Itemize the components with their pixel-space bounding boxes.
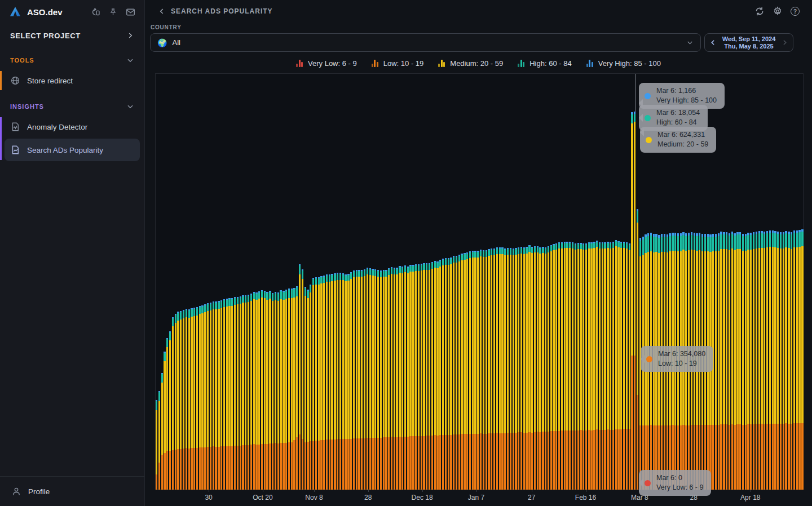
bar-segment[interactable] [180, 312, 182, 319]
bar-segment[interactable] [166, 347, 168, 451]
bar-segment[interactable] [769, 233, 771, 247]
bar-segment[interactable] [585, 430, 587, 490]
bar-segment[interactable] [599, 248, 601, 430]
bar-segment[interactable] [156, 410, 157, 474]
bar-segment[interactable] [372, 438, 373, 490]
bar-segment[interactable] [320, 277, 322, 283]
bar-segment[interactable] [504, 250, 506, 255]
bar-segment[interactable] [369, 275, 371, 438]
bar-segment[interactable] [464, 254, 465, 260]
bar-segment[interactable] [620, 243, 622, 248]
bar-segment[interactable] [458, 261, 460, 434]
bar-segment[interactable] [307, 291, 308, 298]
bar-segment[interactable] [466, 434, 468, 490]
bar-segment[interactable] [342, 274, 344, 280]
bar-segment[interactable] [696, 251, 698, 425]
bar-segment[interactable] [434, 435, 436, 490]
bar-segment[interactable] [264, 292, 266, 298]
bar-segment[interactable] [207, 311, 209, 447]
bar-segment[interactable] [528, 432, 530, 490]
bar-segment[interactable] [228, 446, 230, 490]
bar-segment[interactable] [377, 277, 379, 438]
bar-segment[interactable] [426, 270, 427, 436]
bar-segment[interactable] [731, 424, 733, 490]
bar-segment[interactable] [612, 248, 614, 430]
bar-segment[interactable] [472, 258, 474, 434]
bar-segment[interactable] [623, 243, 625, 248]
bar-segment[interactable] [158, 463, 160, 490]
bar-segment[interactable] [607, 243, 608, 248]
bar-segment[interactable] [645, 237, 646, 253]
bar-segment[interactable] [523, 248, 525, 254]
bar-segment[interactable] [720, 249, 722, 424]
bar-segment[interactable] [383, 437, 385, 490]
bar-segment[interactable] [588, 430, 590, 490]
bar-segment[interactable] [166, 451, 168, 490]
bar-segment[interactable] [496, 433, 498, 490]
bar-segment[interactable] [367, 274, 368, 438]
section-header-insights[interactable]: INSIGHTS [0, 91, 144, 116]
bar-segment[interactable] [188, 318, 190, 449]
bar-segment[interactable] [742, 251, 744, 425]
bar-segment[interactable] [729, 425, 730, 490]
bar-segment[interactable] [699, 250, 700, 425]
bar-segment[interactable] [339, 274, 341, 280]
bar-segment[interactable] [250, 295, 252, 301]
bar-segment[interactable] [172, 318, 174, 326]
bar-segment[interactable] [431, 269, 433, 436]
bar-segment[interactable] [288, 298, 290, 442]
bar-segment[interactable] [220, 446, 222, 490]
bar-segment[interactable] [367, 438, 368, 490]
bar-segment[interactable] [501, 254, 503, 433]
bar-segment[interactable] [623, 429, 625, 490]
bar-segment[interactable] [750, 424, 752, 490]
bar-segment[interactable] [464, 260, 465, 434]
bar-segment[interactable] [761, 424, 762, 490]
bar-segment[interactable] [550, 251, 552, 431]
bar-segment[interactable] [572, 430, 573, 490]
bar-segment[interactable] [231, 299, 233, 306]
bar-segment[interactable] [548, 247, 549, 252]
bar-segment[interactable] [180, 449, 182, 490]
bar-segment[interactable] [718, 251, 720, 425]
bar-segment[interactable] [364, 270, 365, 276]
bar-segment[interactable] [409, 266, 411, 272]
bar-segment[interactable] [564, 248, 566, 430]
bar-segment[interactable] [188, 449, 190, 490]
bar-segment[interactable] [715, 237, 717, 251]
bar-segment[interactable] [350, 279, 352, 439]
bar-segment[interactable] [801, 246, 803, 423]
bar-segment[interactable] [588, 248, 590, 430]
bar-segment[interactable] [166, 339, 168, 347]
bar-segment[interactable] [388, 437, 390, 490]
bar-segment[interactable] [701, 251, 703, 425]
bar-segment[interactable] [456, 263, 457, 434]
bar-segment[interactable] [350, 273, 352, 279]
bar-segment[interactable] [361, 271, 363, 277]
bar-segment[interactable] [310, 286, 311, 292]
bar-segment[interactable] [388, 269, 390, 275]
bar-segment[interactable] [785, 423, 787, 490]
bar-segment[interactable] [199, 447, 201, 490]
bar-segment[interactable] [631, 114, 633, 123]
bar-segment[interactable] [293, 289, 295, 298]
bar-segment[interactable] [507, 249, 509, 255]
bar-segment[interactable] [739, 249, 741, 424]
bar-segment[interactable] [399, 267, 400, 273]
bar-segment[interactable] [250, 445, 252, 490]
bar-segment[interactable] [253, 293, 255, 299]
bar-segment[interactable] [418, 265, 420, 271]
bar-segment[interactable] [261, 298, 263, 444]
bar-segment[interactable] [204, 305, 206, 312]
bar-segment[interactable] [791, 249, 792, 424]
bar-segment[interactable] [709, 237, 711, 252]
bar-segment[interactable] [674, 251, 676, 425]
bar-segment[interactable] [228, 299, 230, 306]
pin-icon[interactable] [109, 7, 117, 17]
bar-segment[interactable] [493, 250, 495, 255]
bar-segment[interactable] [461, 260, 462, 434]
bar-segment[interactable] [345, 276, 346, 281]
bar-segment[interactable] [791, 234, 792, 249]
bar-segment[interactable] [315, 441, 317, 490]
bar-segment[interactable] [191, 309, 192, 317]
